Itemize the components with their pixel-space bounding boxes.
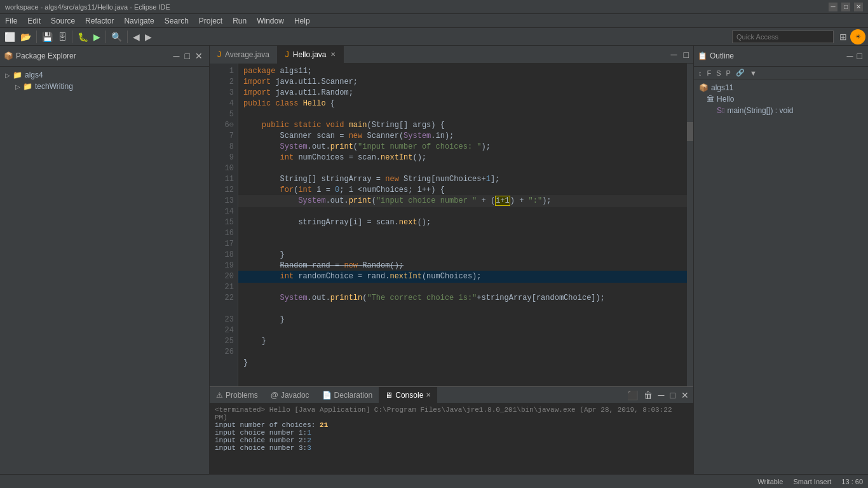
- close-button[interactable]: ✕: [854, 3, 863, 11]
- console-stop-button[interactable]: ⬛: [625, 388, 640, 403]
- menu-edit[interactable]: Edit: [22, 14, 46, 28]
- console-maximize-button[interactable]: □: [668, 388, 677, 403]
- menu-search[interactable]: Search: [159, 14, 194, 28]
- console-line-4: input choice number 3:3: [215, 444, 311, 452]
- tab-hello-java[interactable]: J Hello.java ✕: [278, 46, 344, 64]
- pe-minimize-button[interactable]: ─: [171, 48, 182, 64]
- tab-declaration[interactable]: 📄 Declaration: [316, 387, 379, 403]
- console-close-button[interactable]: ✕: [679, 388, 691, 403]
- main-layout: 📦 Package Explorer ─ □ ✕ ▷ 📁 algs4 ▷ 📁 t…: [0, 46, 868, 474]
- outline-fields-button[interactable]: F: [705, 68, 714, 78]
- tab-average-java[interactable]: J Average.java: [210, 46, 278, 64]
- vertical-scrollbar[interactable]: [687, 64, 693, 386]
- console-terminated-line: <terminated> Hello [Java Application] C:…: [215, 406, 672, 421]
- tab-problems-label: Problems: [226, 391, 258, 400]
- tab-console-label: Console: [395, 391, 423, 400]
- tab-javadoc[interactable]: @ Javadoc: [264, 387, 316, 403]
- menu-file[interactable]: File: [0, 14, 22, 28]
- tree-item-techwriting[interactable]: ▷ 📁 techWriting: [3, 81, 207, 92]
- editor-minimize-button[interactable]: ─: [669, 47, 679, 62]
- console-line-3: input choice number 2:2: [215, 437, 311, 444]
- editor-tabs: J Average.java J Hello.java ✕ ─ □: [210, 46, 693, 64]
- debug-button[interactable]: 🐛: [76, 29, 90, 44]
- outline-icon: 📋: [698, 51, 707, 60]
- package-tree: ▷ 📁 algs4 ▷ 📁 techWriting: [0, 67, 209, 474]
- bottom-tabs: ⚠ Problems @ Javadoc 📄 Declaration 🖥 Con…: [210, 387, 693, 403]
- tab-declaration-label: Declaration: [334, 391, 373, 400]
- outline-link-button[interactable]: 🔗: [734, 68, 747, 78]
- separator-1: [36, 30, 37, 43]
- menu-refactor[interactable]: Refactor: [80, 14, 119, 28]
- scrollbar-thumb[interactable]: [687, 122, 693, 141]
- outline-method[interactable]: S⃝ main(String[]) : void: [696, 105, 865, 116]
- outline-static-button[interactable]: S: [714, 68, 722, 78]
- console-minimize-button[interactable]: ─: [656, 388, 667, 403]
- outline-class[interactable]: 🏛 Hello: [696, 93, 865, 105]
- title-bar: workspace - algs4/src/algs11/Hello.java …: [0, 0, 868, 14]
- tab-average-label: Average.java: [225, 50, 269, 59]
- arrow-algs4: ▷: [5, 72, 10, 79]
- menu-bar: File Edit Source Refactor Navigate Searc…: [0, 14, 868, 28]
- editor-tab-controls: ─ □: [667, 47, 693, 62]
- outline-sort-button[interactable]: ↕: [696, 68, 704, 78]
- outline-nonpublic-button[interactable]: P: [724, 68, 733, 78]
- status-right: Writable Smart Insert 13 : 60: [757, 478, 863, 485]
- save-all-button[interactable]: 🗄: [56, 29, 69, 44]
- outline-class-label: Hello: [717, 95, 734, 104]
- perspectives-button[interactable]: ⊞: [837, 29, 849, 44]
- minimize-button[interactable]: ─: [829, 3, 837, 11]
- outline-panel: 📋 Outline ─ □ ↕ F S P 🔗 ▼ 📦 algs11 🏛 Hel…: [693, 46, 868, 474]
- search-button[interactable]: 🔍: [109, 29, 124, 44]
- package-explorer-header: 📦 Package Explorer ─ □ ✕: [0, 46, 209, 67]
- pe-maximize-button[interactable]: □: [182, 48, 193, 64]
- console-tab-close[interactable]: ✕: [426, 391, 431, 398]
- forward-button[interactable]: ▶: [143, 29, 154, 44]
- menu-run[interactable]: Run: [227, 14, 252, 28]
- writable-status: Writable: [757, 478, 783, 485]
- menu-window[interactable]: Window: [252, 14, 289, 28]
- tab-close-hello[interactable]: ✕: [330, 51, 336, 58]
- menu-source[interactable]: Source: [46, 14, 80, 28]
- back-button[interactable]: ◀: [131, 29, 142, 44]
- outline-maximize-button[interactable]: □: [855, 48, 864, 64]
- pe-close-button[interactable]: ✕: [193, 48, 205, 64]
- outline-minimize-button[interactable]: ─: [845, 48, 855, 64]
- tab-console[interactable]: 🖥 Console ✕: [379, 387, 437, 403]
- tab-hello-label: Hello.java: [293, 50, 327, 59]
- code-editor[interactable]: 1 2 3 4 5 6⊖ 7 8 9 10 11 12 13 14 15 16 …: [210, 64, 693, 386]
- save-button[interactable]: 💾: [40, 29, 55, 44]
- eclipse-icon: ☀: [850, 29, 865, 44]
- window-controls: ─ □ ✕: [829, 3, 863, 11]
- outline-project[interactable]: 📦 algs11: [696, 82, 865, 93]
- javadoc-icon: @: [271, 391, 278, 400]
- tab-problems[interactable]: ⚠ Problems: [210, 387, 264, 403]
- outline-filter-button[interactable]: ▼: [748, 68, 759, 78]
- menu-navigate[interactable]: Navigate: [119, 14, 159, 28]
- code-content[interactable]: package algs11; import java.util.Scanner…: [238, 64, 687, 386]
- separator-3: [105, 30, 106, 43]
- menu-help[interactable]: Help: [289, 14, 315, 28]
- algs4-icon: 📁: [13, 71, 22, 79]
- project-icon: 📦: [699, 83, 709, 92]
- editor-area: J Average.java J Hello.java ✕ ─ □ 1 2 3 …: [210, 46, 693, 474]
- java-file-icon-avg: J: [217, 50, 221, 59]
- console-clear-button[interactable]: 🗑: [642, 388, 654, 403]
- new-button[interactable]: ⬜: [3, 29, 17, 44]
- maximize-button[interactable]: □: [841, 3, 850, 11]
- console-line-2: input choice number 1:1: [215, 429, 311, 437]
- console-line-1: input number of choices: 21: [215, 421, 328, 429]
- editor-maximize-button[interactable]: □: [682, 47, 691, 62]
- java-file-icon-hello: J: [285, 50, 289, 59]
- techwriting-label: techWriting: [35, 82, 73, 91]
- quick-access-input[interactable]: [732, 30, 834, 43]
- arrow-techwriting: ▷: [15, 83, 20, 90]
- outline-header: 📋 Outline ─ □: [694, 46, 868, 67]
- run-button[interactable]: ▶: [92, 29, 102, 44]
- tab-javadoc-label: Javadoc: [281, 391, 309, 400]
- tree-item-algs4[interactable]: ▷ 📁 algs4: [3, 69, 207, 81]
- problems-icon: ⚠: [216, 391, 223, 400]
- menu-project[interactable]: Project: [194, 14, 227, 28]
- method-icon: S⃝: [717, 106, 724, 115]
- open-button[interactable]: 📂: [18, 29, 33, 44]
- outline-method-label: main(String[]) : void: [727, 106, 793, 115]
